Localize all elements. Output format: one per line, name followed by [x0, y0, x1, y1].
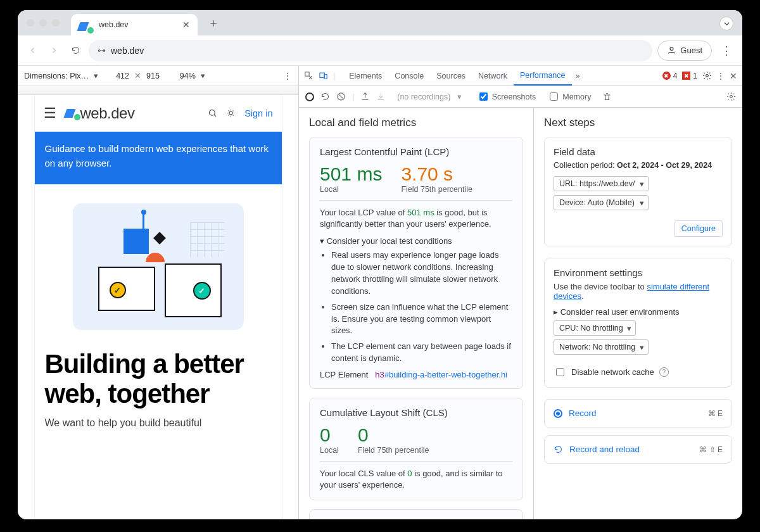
network-throttle-select[interactable]: Network: No throttling	[554, 339, 649, 355]
profile-label: Guest	[680, 46, 702, 55]
forward-button[interactable]	[46, 42, 62, 59]
profile-button[interactable]: Guest	[657, 41, 712, 61]
recordings-select[interactable]: (no recordings) ▾	[397, 92, 462, 101]
tab-console[interactable]: Console	[388, 66, 430, 86]
address-toolbar: ⊶ web.dev Guest ⋮	[18, 35, 742, 66]
metrics-panel: Local and field metrics Largest Contentf…	[299, 108, 533, 519]
tabs-overflow-button[interactable]	[719, 16, 733, 30]
device-select[interactable]: Device: Auto (Mobile)	[554, 195, 649, 210]
site-logo[interactable]: web.dev	[65, 104, 135, 122]
menu-icon[interactable]: ☰	[44, 105, 56, 122]
preview-canvas: ☰ web.dev Sign in Guidance to build mode…	[18, 95, 298, 519]
inp-card: Interaction to Next Paint (INP)	[309, 509, 523, 519]
banner-text: Guidance to build modern web experiences…	[45, 143, 269, 168]
devtools-close-icon[interactable]: ✕	[730, 71, 737, 81]
cpu-throttle-select[interactable]: CPU: No throttling	[554, 320, 636, 336]
record-reload-kbd: ⌘ ⇧ E	[699, 445, 723, 454]
device-mode-icon[interactable]	[319, 71, 328, 80]
tab-elements[interactable]: Elements	[343, 66, 388, 86]
memory-checkbox[interactable]: Memory	[547, 91, 591, 103]
new-tab-button[interactable]: ＋	[203, 13, 224, 33]
garbage-collect-icon[interactable]	[602, 92, 612, 101]
hero-illustration: ✓ ✓	[73, 203, 244, 330]
window-close-dot[interactable]	[27, 19, 34, 27]
gear-icon[interactable]	[702, 71, 712, 80]
help-icon[interactable]: ?	[659, 367, 669, 377]
devtools-menu-button[interactable]: ⋮	[717, 72, 725, 80]
height-input[interactable]: 915	[146, 72, 160, 80]
theme-toggle-icon[interactable]	[226, 108, 236, 118]
list-item: The LCP element can vary between page lo…	[331, 341, 512, 365]
zoom-select[interactable]: 94%	[180, 72, 196, 80]
window-max-dot[interactable]	[52, 19, 60, 27]
chrome-menu-button[interactable]: ⋮	[717, 44, 736, 58]
tab-sources[interactable]: Sources	[430, 66, 472, 86]
record-toggle-icon[interactable]	[305, 92, 314, 101]
lcp-description: Your local LCP value of 501 ms is good, …	[320, 207, 512, 230]
upload-icon[interactable]	[360, 92, 370, 101]
device-preview-column: Dimensions: Pix… ▾ 412 ✕ 915 94% ▾ ⋮ ☰ w…	[18, 66, 299, 519]
lcp-element-link[interactable]: h3#building-a-better-web-together.hi	[375, 370, 507, 379]
lcp-title: Largest Contentful Paint (LCP)	[320, 146, 512, 157]
field-data-card: Field data Collection period: Oct 2, 202…	[544, 137, 732, 246]
lcp-local-label: Local	[320, 185, 382, 194]
url-select[interactable]: URL: https://web.dev/	[554, 176, 649, 191]
browser-tab[interactable]: web.dev ✕	[71, 14, 198, 35]
search-icon[interactable]	[208, 108, 217, 118]
ruler	[18, 86, 298, 95]
lcp-local-value: 501 ms	[320, 163, 382, 185]
cls-local-label: Local	[320, 446, 339, 455]
tab-strip: web.dev ✕ ＋	[18, 10, 742, 35]
tabs-overflow-icon[interactable]: »	[572, 72, 584, 80]
tab-performance[interactable]: Performance	[514, 66, 572, 86]
devtools-panel: | Elements Console Sources Network Perfo…	[299, 66, 742, 519]
gear-icon[interactable]	[726, 92, 736, 101]
cls-description: Your local CLS value of 0 is good, and i…	[320, 468, 512, 491]
window-min-dot[interactable]	[39, 19, 47, 27]
lcp-disclosure[interactable]: Consider your local test conditions	[320, 236, 512, 246]
configure-button[interactable]: Configure	[674, 220, 723, 237]
tab-network[interactable]: Network	[472, 66, 514, 86]
clear-icon[interactable]	[336, 92, 346, 101]
download-icon[interactable]	[376, 92, 386, 101]
cls-field-value: 0	[358, 424, 429, 446]
metrics-heading: Local and field metrics	[309, 117, 523, 129]
record-reload-action[interactable]: Record and reload ⌘ ⇧ E	[544, 435, 732, 464]
devtools-tabs: | Elements Console Sources Network Perfo…	[299, 66, 742, 86]
disable-cache-checkbox[interactable]	[556, 368, 564, 376]
address-bar[interactable]: ⊶ web.dev	[89, 40, 652, 61]
dimensions-select[interactable]: Dimensions: Pix…	[24, 72, 89, 80]
site-header: ☰ web.dev Sign in	[35, 95, 282, 132]
screenshots-checkbox[interactable]: Screenshots	[477, 91, 536, 103]
record-action[interactable]: Record ⌘ E	[544, 399, 732, 428]
issues-badge[interactable]: 1	[682, 72, 697, 80]
errors-badge[interactable]: 4	[662, 72, 678, 80]
dropdown-arrow-icon: ▾	[201, 71, 205, 80]
page-heading: Building a better web, together	[45, 349, 272, 408]
tab-close-icon[interactable]: ✕	[182, 20, 190, 30]
reload-trace-icon[interactable]	[320, 92, 330, 101]
lcp-field-value: 3.70 s	[401, 163, 472, 185]
dropdown-arrow-icon: ▾	[94, 71, 98, 80]
back-button[interactable]	[24, 42, 41, 59]
svg-point-8	[730, 96, 733, 98]
reload-icon	[554, 445, 563, 454]
reload-button[interactable]	[67, 42, 84, 59]
cls-title: Cumulative Layout Shift (CLS)	[320, 407, 512, 418]
lcp-element-row: LCP Element h3#building-a-better-web-tog…	[320, 370, 512, 379]
width-input[interactable]: 412	[116, 72, 129, 80]
env-description: Use the device toolbar to simulate diffe…	[554, 282, 723, 301]
sign-in-link[interactable]: Sign in	[244, 108, 272, 118]
env-disclosure[interactable]: Consider real user environments	[554, 307, 723, 317]
inspect-icon[interactable]	[304, 71, 314, 80]
device-toolbar: Dimensions: Pix… ▾ 412 ✕ 915 94% ▾ ⋮	[18, 66, 298, 86]
disable-cache-label: Disable network cache	[571, 367, 654, 377]
times-icon: ✕	[134, 71, 141, 80]
device-menu-button[interactable]: ⋮	[283, 71, 292, 81]
chevron-down-icon	[722, 19, 732, 28]
lcp-field-label: Field 75th percentile	[401, 185, 472, 194]
guest-avatar-icon	[667, 46, 676, 55]
next-steps-panel: Next steps Field data Collection period:…	[533, 108, 742, 519]
page-subtext: We want to help you build beautiful	[45, 417, 272, 429]
site-info-icon[interactable]: ⊶	[98, 46, 106, 55]
